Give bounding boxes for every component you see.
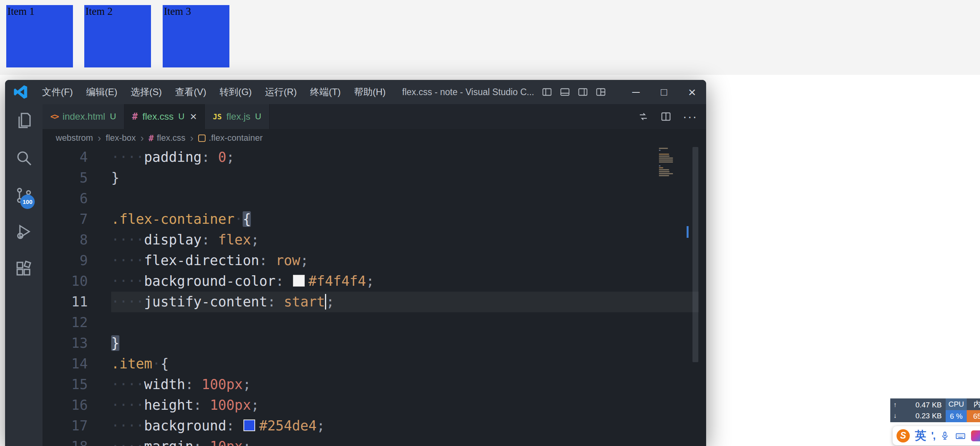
code-token: margin [144,439,193,446]
line-number: 7 [43,209,111,230]
line-number: 8 [43,230,111,250]
code-line-13[interactable]: 13} [43,333,699,354]
vscode-logo-icon [14,85,28,99]
code-token: flex-direction [144,253,259,268]
code-token: : [267,294,284,310]
menu-item[interactable]: 终端(T) [304,86,348,98]
ime-mode-label[interactable]: 英 [915,428,926,444]
git-status-badge: U [110,112,116,122]
code-token: 100px [210,397,251,413]
more-actions-icon[interactable]: ··· [683,113,698,120]
line-content: ····margin: 10px; [111,436,699,446]
code-line-15[interactable]: 15····width: 100px; [43,374,699,395]
tab-flex.css[interactable]: #flex.cssU× [124,104,205,129]
flex-item-1: Item 1 [6,5,73,67]
code-token: : [202,232,218,248]
code-line-16[interactable]: 16····height: 100px; [43,395,699,416]
minimap-line [659,159,673,161]
menu-item[interactable]: 选择(S) [124,86,169,98]
toggle-panel-icon[interactable] [559,87,570,97]
code-line-14[interactable]: 14.item·{ [43,354,699,374]
color-swatch [293,275,305,287]
class-symbol-icon [198,135,206,142]
line-content: ····background: #254de4; [111,416,699,436]
punctuation-icon[interactable]: ', [931,430,935,442]
line-content: .item·{ [111,354,699,374]
code-token: ; [243,439,251,446]
mic-icon[interactable] [940,431,950,441]
keyboard-icon[interactable] [955,430,966,441]
code-line-18[interactable]: 18····margin: 10px; [43,436,699,446]
code-token: ···· [111,273,144,289]
explorer-icon[interactable] [14,111,33,130]
code-token: { [243,211,251,227]
line-number: 4 [43,147,111,168]
scrollbar-thumb[interactable] [692,147,698,362]
overview-ruler-mark [687,226,689,238]
breadcrumb-item[interactable]: flex-box [106,133,136,143]
extensions-icon[interactable] [14,260,33,278]
minimize-icon[interactable]: ─ [622,80,650,104]
open-changes-icon[interactable] [637,111,649,122]
code-token: : [259,253,275,268]
code-token: ; [251,232,259,248]
menu-item[interactable]: 文件(F) [36,86,80,98]
search-icon[interactable] [14,149,33,167]
code-line-12[interactable]: 12 [43,312,699,333]
memory-label: 内 [967,398,980,410]
code-editor[interactable]: 4····padding: 0;5}67.flex-container·{8··… [43,147,699,446]
code-token: 100px [202,377,243,392]
tab-label: flex.js [226,111,250,122]
code-line-11[interactable]: 11····justify-content: start; [43,292,699,312]
code-token: ···· [111,253,144,268]
maximize-icon[interactable]: □ [650,80,678,104]
upload-arrow-icon: ↑ [893,401,901,409]
split-editor-icon[interactable] [660,111,672,122]
close-icon[interactable]: × [678,80,706,104]
code-token: : [226,418,243,434]
menu-item[interactable]: 查看(V) [169,86,213,98]
breadcrumb-item[interactable]: #flex.css [149,133,186,143]
code-token: background [144,418,226,434]
code-token: #f4f4f4 [309,273,366,289]
sogou-logo-icon[interactable]: S [897,429,910,442]
code-token: start [284,294,325,310]
code-line-4[interactable]: 4····padding: 0; [43,147,699,168]
code-line-6[interactable]: 6 [43,188,699,209]
minimap-line [659,169,669,170]
line-number: 10 [43,271,111,292]
code-line-7[interactable]: 7.flex-container·{ [43,209,699,230]
toggle-sidebar-right-icon[interactable] [577,87,588,97]
toolbox-icon[interactable] [971,430,980,441]
breadcrumb-label: flex-box [106,133,136,143]
code-line-10[interactable]: 10····background-color: #f4f4f4; [43,271,699,292]
toggle-sidebar-left-icon[interactable] [541,87,552,97]
customize-layout-icon[interactable] [595,87,606,97]
code-line-9[interactable]: 9····flex-direction: row; [43,250,699,271]
code-token: ; [251,397,259,413]
menu-item[interactable]: 编辑(E) [80,86,124,98]
run-debug-icon[interactable] [14,222,33,241]
cpu-value: 6 % [946,410,967,422]
code-line-8[interactable]: 8····display: flex; [43,230,699,250]
js-file-icon: JS [213,112,222,121]
code-line-17[interactable]: 17····background: #254de4; [43,416,699,436]
minimap[interactable] [659,148,674,177]
code-token: ; [317,418,325,434]
menu-item[interactable]: 运行(R) [258,86,303,98]
code-token: } [111,170,119,186]
close-tab-icon[interactable]: × [190,110,197,123]
tab-index.html[interactable]: <>index.htmlU [43,104,124,129]
code-token: : [185,377,202,392]
scrollbar[interactable] [692,147,699,446]
menu-item[interactable]: 帮助(H) [347,86,392,98]
minimap-line [659,158,673,159]
tab-flex.js[interactable]: JSflex.jsU [205,104,269,129]
minimap-line [659,161,673,163]
code-line-5[interactable]: 5} [43,168,699,188]
menu-item[interactable]: 转到(G) [213,86,259,98]
html-file-icon: <> [50,112,58,121]
minimap-line [659,152,660,153]
breadcrumb-item[interactable]: .flex-container [198,133,263,143]
breadcrumb-item[interactable]: webstrom [56,133,93,143]
